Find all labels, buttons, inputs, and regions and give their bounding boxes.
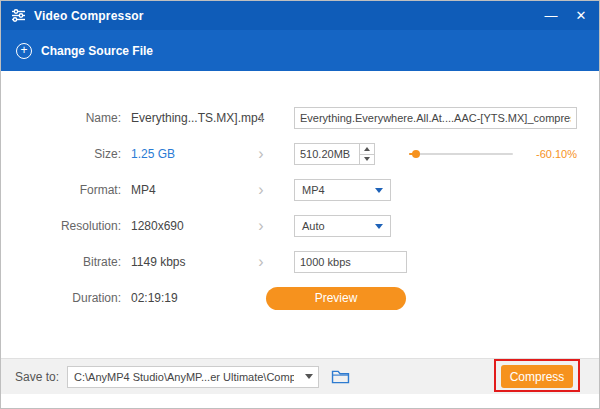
target-size-spinner	[294, 143, 375, 165]
triangle-down-icon	[364, 157, 370, 161]
chevron-right-icon: ›	[246, 254, 276, 270]
compress-button[interactable]: Compress	[501, 365, 573, 388]
close-button[interactable]: ✕	[573, 9, 589, 22]
compressor-icon	[11, 8, 26, 23]
target-size-input[interactable]	[295, 144, 359, 164]
plus-circle-icon: +	[16, 43, 32, 59]
resolution-label: Resolution:	[1, 219, 131, 233]
size-row: Size: 1.25 GB › -60.10%	[1, 136, 599, 172]
chevron-right-icon: ›	[246, 218, 276, 234]
format-row: Format: MP4 › MP4	[1, 172, 599, 208]
dropdown-arrow-icon	[375, 188, 383, 193]
titlebar: Video Compressor — ✕	[1, 1, 599, 30]
save-path-combo	[67, 366, 319, 388]
resolution-row: Resolution: 1280x690 › Auto	[1, 208, 599, 244]
size-slider[interactable]	[409, 147, 513, 161]
bitrate-row: Bitrate: 1149 kbps ›	[1, 244, 599, 280]
bitrate-value: 1149 kbps	[131, 255, 246, 269]
video-compressor-window: Video Compressor — ✕ + Change Source Fil…	[0, 0, 600, 409]
settings-panel: Name: Everything...TS.MX].mp4 › Size: 1.…	[1, 71, 599, 316]
header-bar: + Change Source File	[1, 30, 599, 71]
name-label: Name:	[1, 111, 131, 125]
chevron-right-icon: ›	[246, 110, 276, 126]
compress-annotation: Compress	[501, 365, 573, 388]
resolution-value: 1280x690	[131, 219, 246, 233]
size-label: Size:	[1, 147, 131, 161]
output-name-input[interactable]	[294, 107, 577, 129]
window-title: Video Compressor	[34, 9, 144, 23]
chevron-right-icon: ›	[246, 146, 276, 162]
duration-row: Duration: 02:19:19 Preview	[1, 280, 599, 316]
window-controls: — ✕	[543, 9, 589, 22]
name-value: Everything...TS.MX].mp4	[131, 111, 246, 125]
save-path-dropdown-button[interactable]	[300, 374, 318, 379]
footer-bar: Save to: Compress	[1, 358, 599, 394]
preview-button[interactable]: Preview	[266, 287, 406, 310]
format-label: Format:	[1, 183, 131, 197]
save-path-input[interactable]	[68, 371, 300, 383]
duration-value: 02:19:19	[131, 291, 246, 305]
size-reduction-percent: -60.10%	[525, 148, 577, 160]
folder-icon	[331, 369, 350, 384]
minimize-button[interactable]: —	[543, 9, 559, 22]
dropdown-arrow-icon	[375, 224, 383, 229]
change-source-file-label: Change Source File	[41, 44, 153, 58]
save-to-label: Save to:	[15, 370, 59, 384]
format-value: MP4	[131, 183, 246, 197]
format-selected: MP4	[302, 184, 325, 196]
chevron-right-icon: ›	[246, 182, 276, 198]
change-source-file-button[interactable]: + Change Source File	[16, 43, 153, 59]
target-bitrate-input[interactable]	[294, 251, 407, 273]
browse-folder-button[interactable]	[327, 366, 353, 387]
size-value: 1.25 GB	[131, 147, 246, 161]
triangle-up-icon	[364, 147, 370, 151]
dropdown-arrow-icon	[305, 374, 313, 379]
resolution-dropdown[interactable]: Auto	[294, 215, 391, 237]
spin-up-button[interactable]	[360, 144, 374, 155]
spinner-buttons	[359, 144, 374, 164]
duration-label: Duration:	[1, 291, 131, 305]
name-row: Name: Everything...TS.MX].mp4 ›	[1, 100, 599, 136]
format-dropdown[interactable]: MP4	[294, 179, 391, 201]
size-slider-thumb[interactable]	[412, 150, 420, 158]
bitrate-label: Bitrate:	[1, 255, 131, 269]
spin-down-button[interactable]	[360, 155, 374, 165]
size-slider-track	[409, 153, 513, 155]
resolution-selected: Auto	[302, 220, 325, 232]
